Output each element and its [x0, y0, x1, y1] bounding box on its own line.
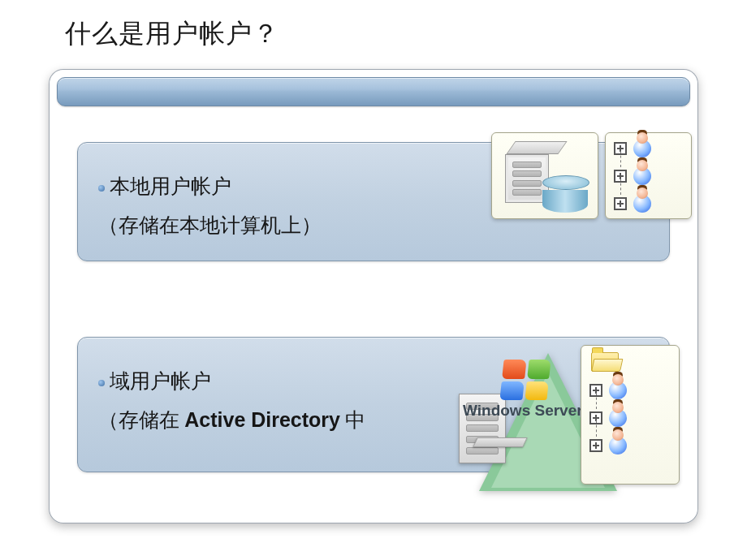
panel1-heading: 本地用户帐户 — [110, 175, 231, 197]
illus-local-server — [491, 132, 598, 219]
panel1-detail: （存储在本地计算机上） — [98, 214, 322, 236]
panel-domain-text: 域用户帐户 （存储在 Active Directory 中 — [98, 362, 365, 439]
panel2-heading: 域用户帐户 — [110, 370, 211, 392]
panel2-detail-suffix: 中 — [340, 409, 365, 431]
user-avatar-icon — [633, 140, 651, 157]
user-avatar-icon — [609, 409, 627, 427]
plus-expand-icon — [614, 197, 627, 210]
user-avatar-icon — [609, 437, 627, 454]
user-avatar-icon — [633, 167, 651, 185]
windows-logo-icon — [499, 360, 551, 400]
content-frame: 本地用户帐户 （存储在本地计算机上） 域用户帐户 （存储在 Active Dir… — [49, 69, 698, 523]
user-tree — [589, 381, 658, 454]
plus-expand-icon — [589, 439, 602, 452]
database-cylinder-icon — [542, 175, 588, 208]
panel2-detail-prefix: （存储在 — [98, 409, 184, 431]
panel-local-text: 本地用户帐户 （存储在本地计算机上） — [98, 167, 322, 244]
illus-domain-users — [581, 345, 680, 485]
user-avatar-icon — [609, 381, 627, 399]
bullet-icon — [98, 380, 105, 386]
user-tree — [614, 140, 683, 213]
panel2-detail-bold: Active Directory — [184, 408, 340, 431]
user-avatar-icon — [633, 195, 651, 213]
bullet-icon — [98, 185, 105, 192]
frame-titlebar — [57, 77, 690, 106]
folder-icon — [591, 352, 617, 370]
slide-title: 什么是用户帐户？ — [65, 16, 279, 52]
illus-local-users — [605, 132, 692, 219]
